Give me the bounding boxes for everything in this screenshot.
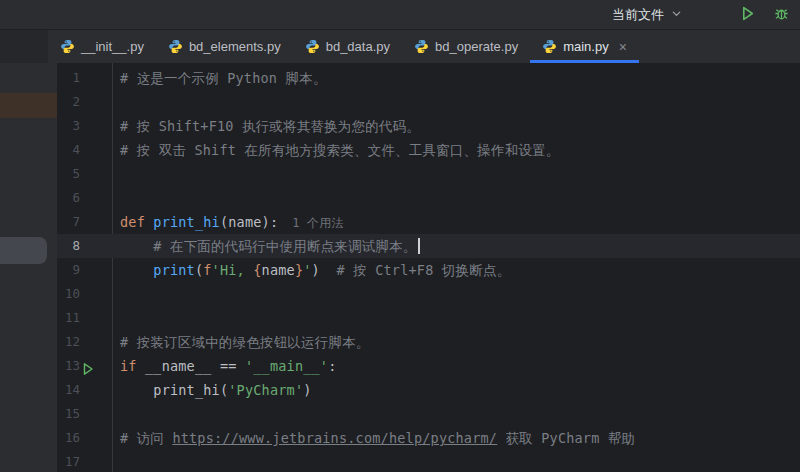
code-token: if [120,358,145,374]
tab-label: __init__.py [81,39,144,54]
play-icon [739,5,756,25]
code-token: 'Hi, [212,262,254,278]
line-number[interactable]: 12 [57,330,112,354]
line-number[interactable]: 2 [57,90,112,114]
code-line[interactable]: 7def print_hi(name):1 个用法 [57,210,800,234]
code-line[interactable]: 5 [57,162,800,186]
code-line-text [112,90,120,114]
code-line[interactable]: 1# 这是一个示例 Python 脚本。 [57,66,800,90]
tab-bar-inset [0,30,48,63]
code-token: __name__ == [145,358,245,374]
code-line-text: # 在下面的代码行中使用断点来调试脚本。 [112,234,420,258]
code-line-text [112,282,120,306]
code-token: ) [303,382,311,398]
code-line-text: def print_hi(name):1 个用法 [112,210,344,234]
run-line-icon[interactable] [81,359,95,373]
pycharm-window: 当前文件 __i [0,0,800,472]
tab-label: main.py [563,39,609,54]
code-token: ' [303,262,311,278]
text-caret [418,238,420,254]
code-line[interactable]: 15 [57,402,800,426]
code-line[interactable]: 12# 按装订区域中的绿色按钮以运行脚本。 [57,330,800,354]
line-number[interactable]: 9 [57,258,112,282]
code-token: 获取 PyCharm 帮助 [497,430,635,446]
main-toolbar: 当前文件 [0,0,800,30]
code-line-text: # 这是一个示例 Python 脚本。 [112,66,327,90]
code-line[interactable]: 13if __name__ == '__main__': [57,354,800,378]
line-number[interactable]: 8 [57,234,112,258]
code-line[interactable]: 14 print_hi('PyCharm') [57,378,800,402]
code-line[interactable]: 3# 按 Shift+F10 执行或将其替换为您的代码。 [57,114,800,138]
code-token: '__main__' [245,358,328,374]
code-line[interactable]: 4# 按 双击 Shift 在所有地方搜索类、文件、工具窗口、操作和设置。 [57,138,800,162]
code-token [320,262,337,278]
code-token: (name): [220,214,278,230]
line-number[interactable]: 11 [57,306,112,330]
line-number[interactable]: 7 [57,210,112,234]
debug-button[interactable] [768,2,794,28]
tab-bd-elements-py[interactable]: bd_elements.py [156,30,293,63]
line-number[interactable]: 1 [57,66,112,90]
code-line[interactable]: 16# 访问 https://www.jetbrains.com/help/py… [57,426,800,450]
code-line-text [112,450,120,472]
code-token: # 这是一个示例 Python 脚本。 [120,70,327,86]
code-token: # 访问 [120,430,172,446]
line-number[interactable]: 6 [57,186,112,210]
code-token: 1 个用法 [292,216,343,230]
code-token [120,238,153,254]
code-editor[interactable]: 1# 这是一个示例 Python 脚本。23# 按 Shift+F10 执行或将… [57,63,800,472]
code-token: ) [312,262,320,278]
code-line-text [112,186,120,210]
python-file-icon [542,39,557,54]
code-area[interactable]: 1# 这是一个示例 Python 脚本。23# 按 Shift+F10 执行或将… [57,66,800,472]
code-token: # 在下面的代码行中使用断点来调试脚本。 [153,238,416,254]
python-file-icon [305,39,320,54]
code-token: f [203,262,211,278]
code-line[interactable]: 6 [57,186,800,210]
code-line[interactable]: 2 [57,90,800,114]
project-panel-edge [0,63,57,472]
code-line-text [112,402,120,426]
code-line-text: # 按装订区域中的绿色按钮以运行脚本。 [112,330,370,354]
code-token: { [253,262,261,278]
main-area: 1# 这是一个示例 Python 脚本。23# 按 Shift+F10 执行或将… [0,63,800,472]
code-line-text: # 按 Shift+F10 执行或将其替换为您的代码。 [112,114,420,138]
code-line[interactable]: 11 [57,306,800,330]
panel-selected-item-highlight [0,93,57,118]
code-token: https://www.jetbrains.com/help/pycharm/ [172,430,497,446]
code-line-text [112,306,120,330]
line-number[interactable]: 10 [57,282,112,306]
tab-init-py[interactable]: __init__.py [48,30,156,63]
line-number[interactable]: 16 [57,426,112,450]
tab-main-py[interactable]: main.py × [530,30,639,63]
code-line-text: # 按 双击 Shift 在所有地方搜索类、文件、工具窗口、操作和设置。 [112,138,559,162]
tab-label: bd_operate.py [435,39,518,54]
line-number[interactable]: 15 [57,402,112,426]
code-line[interactable]: 17 [57,450,800,472]
line-number[interactable]: 3 [57,114,112,138]
line-number[interactable]: 5 [57,162,112,186]
code-line[interactable]: 9 print(f'Hi, {name}') # 按 Ctrl+F8 切换断点。 [57,258,800,282]
tab-bd-operate-py[interactable]: bd_operate.py [402,30,530,63]
line-number[interactable]: 17 [57,450,112,472]
code-token: # 按 双击 Shift 在所有地方搜索类、文件、工具窗口、操作和设置。 [120,142,559,158]
code-line-text: # 访问 https://www.jetbrains.com/help/pych… [112,426,635,450]
code-line-text [112,162,120,186]
line-number[interactable]: 14 [57,378,112,402]
close-tab-icon[interactable]: × [619,40,627,54]
bug-icon [773,5,790,25]
tab-bd-data-py[interactable]: bd_data.py [293,30,402,63]
code-line[interactable]: 8 # 在下面的代码行中使用断点来调试脚本。 [57,234,800,258]
python-file-icon [168,39,183,54]
code-line[interactable]: 10 [57,282,800,306]
run-configuration-selector[interactable]: 当前文件 [608,3,686,27]
panel-scrollbar-thumb[interactable] [0,237,47,264]
code-line-text: print(f'Hi, {name}') # 按 Ctrl+F8 切换断点。 [112,258,510,282]
run-configuration-label: 当前文件 [612,6,664,24]
code-token: # 按 Shift+F10 执行或将其替换为您的代码。 [120,118,420,134]
code-token: 'PyCharm' [228,382,303,398]
run-button[interactable] [734,2,760,28]
code-line-text: print_hi('PyCharm') [112,378,312,402]
line-number[interactable]: 4 [57,138,112,162]
editor-tab-bar: __init__.py bd_elements.py bd_data.py bd… [0,30,800,63]
